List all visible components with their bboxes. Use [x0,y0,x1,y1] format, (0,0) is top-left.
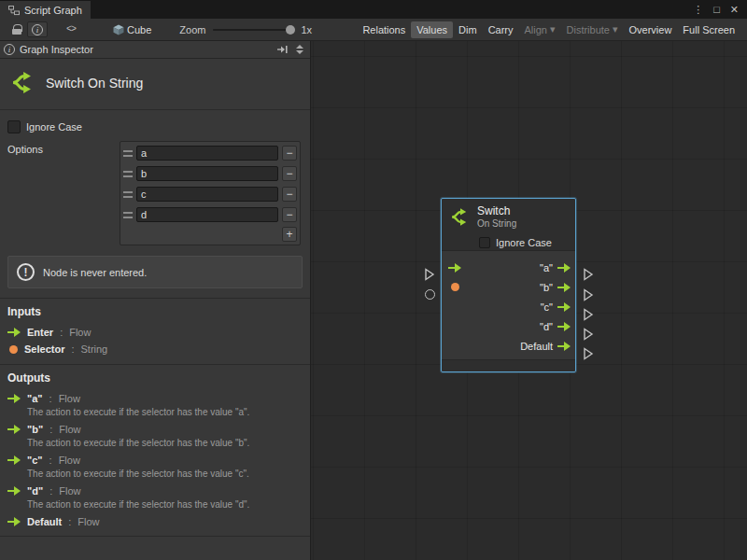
ignore-case-label: Ignore Case [26,121,82,133]
external-output-port-default[interactable] [583,347,594,360]
node-port-label: "a" [540,262,553,273]
drag-handle-icon[interactable] [123,212,133,218]
option-row: − [122,143,298,163]
input-port-row-selector: Selector : String [0,341,310,357]
port-separator: : [49,455,52,466]
warning-box: ! Node is never entered. [7,256,303,288]
tab-title: Script Graph [24,5,82,16]
close-icon[interactable]: ✕ [730,5,739,15]
carry-button[interactable]: Carry [483,21,519,38]
drag-handle-icon[interactable] [123,171,133,177]
option-input-0[interactable] [136,146,278,161]
relations-button[interactable]: Relations [357,21,411,38]
node-header[interactable]: Switch On String [442,199,575,233]
drag-handle-icon[interactable] [123,150,133,157]
node-subtitle: On String [477,218,516,230]
values-button[interactable]: Values [411,21,453,38]
node-ignore-case-checkbox[interactable] [479,237,490,248]
warning-icon: ! [17,263,35,281]
external-output-port-d[interactable] [583,328,594,341]
graph-canvas[interactable]: Switch On String Ignore Case "a" "b" [311,41,747,560]
enter-port-icon[interactable] [448,263,461,273]
port-separator: : [71,343,74,355]
add-option-button[interactable]: + [282,227,297,242]
edit-script-button[interactable]: <> [61,21,81,37]
port-name: "a" [27,393,43,404]
maximize-icon[interactable]: □ [713,5,720,15]
remove-option-button[interactable]: − [282,187,297,202]
drag-handle-icon[interactable] [123,191,133,198]
code-icon: <> [66,24,76,35]
panel-scroll-arrows[interactable] [293,44,306,55]
external-flow-input-port[interactable] [424,268,435,281]
node-port-row-default: Default [442,336,575,356]
port-type: String [80,343,107,355]
script-graph-window: Script Graph ⋮ □ ✕ i <> Cube Zoo [0,0,747,560]
output-port-row-d: "d" : Flow [0,483,310,499]
tab-script-graph[interactable]: Script Graph [0,1,91,19]
window-menu-icon[interactable]: ⋮ [693,5,703,15]
zoom-slider[interactable] [213,29,293,31]
output-port-icon[interactable] [557,342,571,351]
info-icon: i [4,44,15,55]
script-graph-icon [8,5,20,16]
node-ignore-case-label: Ignore Case [496,237,552,248]
external-value-input-port[interactable] [425,289,435,300]
flow-port-icon [7,394,21,403]
chevron-down-icon: ▾ [613,23,618,35]
port-name: "d" [27,485,43,497]
dock-pin-icon[interactable] [276,45,289,54]
option-input-3[interactable] [136,207,278,222]
node-title: Switch [477,205,516,218]
remove-option-button[interactable]: − [282,207,297,222]
lock-button[interactable] [7,21,27,37]
ignore-case-checkbox[interactable] [7,120,21,133]
dim-button[interactable]: Dim [453,21,483,38]
input-port-row-enter: Enter : Flow [0,324,310,341]
port-description: The action to execute if the selector ha… [0,407,310,421]
external-output-port-a[interactable] [583,268,594,281]
remove-option-button[interactable]: − [282,146,297,161]
port-type: Flow [59,424,80,435]
inspector-toggle-button[interactable]: i [27,21,48,37]
warning-text: Node is never entered. [43,267,147,278]
options-footer: + [122,225,298,244]
output-port-icon[interactable] [557,263,571,273]
flow-port-icon [7,486,21,496]
align-button[interactable]: Align ▾ [519,21,561,38]
option-row: − [122,204,298,225]
option-input-1[interactable] [136,166,278,181]
selector-port-icon[interactable] [451,283,459,291]
fullscreen-button[interactable]: Full Screen [677,21,740,38]
node-footer [442,359,575,371]
node-ports: "a" "b" "c" "d" [442,250,575,359]
output-port-icon[interactable] [557,283,571,292]
align-label: Align [525,24,547,35]
port-description: The action to execute if the selector ha… [0,438,310,452]
external-output-port-b[interactable] [583,288,594,301]
node-port-row-b: "b" [442,277,575,297]
graph-inspector-panel: i Graph Inspector Switch On String [0,41,311,560]
switch-on-string-node[interactable]: Switch On String Ignore Case "a" "b" [441,198,576,372]
output-port-icon[interactable] [557,302,571,312]
options-label: Options [7,141,120,155]
output-port-icon[interactable] [557,322,571,331]
port-name: "c" [27,455,43,466]
remove-option-button[interactable]: − [282,166,297,181]
flow-port-icon [7,425,21,434]
option-row: − [122,163,298,184]
zoom-slider-handle[interactable] [286,25,295,35]
port-type: Flow [59,455,80,466]
flow-port-icon [7,455,21,465]
outputs-block: "a" : Flow The action to execute if the … [0,390,310,537]
distribute-button[interactable]: Distribute ▾ [561,21,624,38]
port-type: Flow [69,327,91,338]
node-ignore-case-row: Ignore Case [442,233,575,250]
output-port-row-a: "a" : Flow [0,390,310,407]
graph-inspector-title: Graph Inspector [20,44,93,55]
node-port-label: "b" [540,282,553,293]
target-object-button[interactable]: Cube [107,21,157,38]
external-output-port-c[interactable] [583,308,594,321]
option-input-2[interactable] [136,187,278,202]
overview-button[interactable]: Overview [624,21,678,38]
